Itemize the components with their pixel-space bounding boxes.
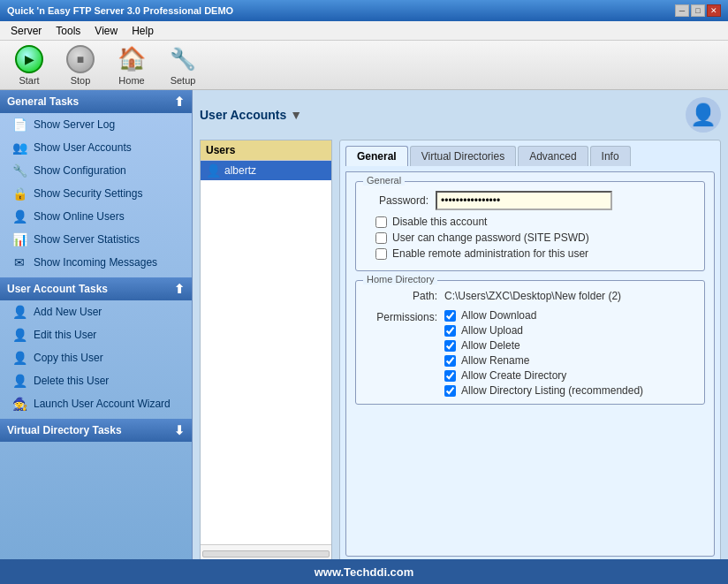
- stop-button[interactable]: ■ Stop: [58, 41, 102, 90]
- sidebar-item-online-users[interactable]: 👤 Show Online Users: [0, 205, 192, 228]
- perm-download: Allow Download: [444, 309, 643, 322]
- remote-admin-label: Enable remote administration for this us…: [392, 247, 588, 260]
- perm-dir-listing: Allow Directory Listing (recommended): [444, 384, 643, 397]
- sidebar-item-add-user[interactable]: 👤 Add New User: [0, 300, 192, 323]
- perm-download-label: Allow Download: [461, 309, 536, 322]
- details-panel: General Virtual Directories Advanced Inf…: [339, 140, 721, 559]
- add-user-icon: 👤: [11, 304, 28, 320]
- home-icon: 🏠: [118, 45, 146, 73]
- tab-info[interactable]: Info: [590, 146, 631, 166]
- sidebar-item-server-log[interactable]: 📄 Show Server Log: [0, 113, 192, 136]
- sidebar-item-configuration[interactable]: 🔧 Show Configuration: [0, 159, 192, 182]
- user-accounts-icon: 👥: [11, 140, 28, 155]
- avatar: 👤: [686, 97, 721, 133]
- content-title-dropdown-icon[interactable]: ▼: [290, 108, 302, 122]
- server-log-icon: 📄: [11, 117, 28, 133]
- perm-delete-label: Allow Delete: [461, 339, 520, 352]
- disable-account-checkbox[interactable]: [375, 216, 387, 228]
- general-fieldset: General Password: Disable this account U…: [355, 181, 705, 271]
- tab-virtual-directories[interactable]: Virtual Directories: [410, 146, 516, 166]
- content-title: User Accounts ▼: [200, 108, 302, 122]
- menu-server[interactable]: Server: [4, 23, 49, 39]
- virtual-directory-collapse-icon: ⬇: [174, 423, 185, 437]
- user-item-icon: 👤: [206, 163, 221, 178]
- password-input[interactable]: [436, 191, 612, 210]
- perm-upload-checkbox[interactable]: [444, 325, 456, 337]
- stop-icon: ■: [66, 45, 95, 73]
- sidebar-item-security-label: Show Security Settings: [34, 187, 142, 200]
- permissions-list: Allow Download Allow Upload Allow Delete: [444, 309, 643, 397]
- sidebar-item-statistics-label: Show Server Statistics: [34, 233, 140, 246]
- users-scrollbar[interactable]: [201, 544, 331, 559]
- sidebar: General Tasks ⬆ 📄 Show Server Log 👥 Show…: [0, 90, 193, 559]
- tabs: General Virtual Directories Advanced Inf…: [345, 146, 715, 166]
- sidebar-item-configuration-label: Show Configuration: [34, 164, 126, 177]
- virtual-directory-tasks-section: Virtual Directory Tasks ⬇: [0, 419, 192, 442]
- menu-tools[interactable]: Tools: [49, 23, 87, 39]
- user-account-collapse-icon: ⬆: [174, 282, 185, 296]
- permissions-label: Permissions:: [367, 311, 437, 323]
- remote-admin-checkbox[interactable]: [375, 248, 387, 260]
- sidebar-item-user-accounts[interactable]: 👥 Show User Accounts: [0, 136, 192, 159]
- start-label: Start: [19, 75, 39, 86]
- minimize-button[interactable]: ─: [675, 4, 689, 17]
- sidebar-item-server-statistics[interactable]: 📊 Show Server Statistics: [0, 228, 192, 251]
- sidebar-item-messages-label: Show Incoming Messages: [34, 256, 157, 269]
- user-account-tasks-title: User Account Tasks: [7, 283, 108, 295]
- maximize-button[interactable]: □: [691, 4, 705, 17]
- sidebar-item-wizard[interactable]: 🧙 Launch User Account Wizard: [0, 392, 192, 415]
- wizard-icon: 🧙: [11, 396, 28, 412]
- perm-create-dir-checkbox[interactable]: [444, 370, 456, 382]
- general-tasks-section: General Tasks ⬆ 📄 Show Server Log 👥 Show…: [0, 90, 192, 274]
- perm-delete-checkbox[interactable]: [444, 340, 456, 352]
- perm-create-dir-label: Allow Create Directory: [461, 369, 566, 382]
- perm-rename-label: Allow Rename: [461, 354, 529, 367]
- sidebar-item-copy-user[interactable]: 👤 Copy this User: [0, 346, 192, 369]
- content-header: User Accounts ▼ 👤: [200, 97, 721, 133]
- menu-help[interactable]: Help: [125, 23, 161, 39]
- sidebar-item-delete-user-label: Delete this User: [34, 375, 109, 387]
- security-icon: 🔒: [11, 186, 28, 201]
- perm-dir-listing-checkbox[interactable]: [444, 385, 456, 397]
- virtual-directory-tasks-header[interactable]: Virtual Directory Tasks ⬇: [0, 419, 192, 442]
- user-item-albertz[interactable]: 👤 albertz: [201, 161, 331, 180]
- close-button[interactable]: ✕: [707, 4, 721, 17]
- sidebar-item-server-log-label: Show Server Log: [34, 118, 115, 131]
- general-fieldset-label: General: [363, 175, 405, 186]
- statistics-icon: 📊: [11, 231, 28, 247]
- sidebar-item-edit-user[interactable]: 👤 Edit this User: [0, 323, 192, 346]
- disable-account-label: Disable this account: [392, 216, 487, 228]
- home-button[interactable]: 🏠 Home: [110, 41, 154, 90]
- tab-advanced[interactable]: Advanced: [518, 146, 588, 166]
- setup-button[interactable]: 🔧 Setup: [161, 41, 205, 90]
- remote-admin-row: Enable remote administration for this us…: [375, 247, 694, 260]
- sidebar-item-incoming-messages[interactable]: ✉ Show Incoming Messages: [0, 251, 192, 274]
- user-account-tasks-section: User Account Tasks ⬆ 👤 Add New User 👤 Ed…: [0, 277, 192, 415]
- tab-general[interactable]: General: [345, 146, 408, 166]
- content-panel: Users 👤 albertz General Virtual Director…: [200, 140, 721, 559]
- menu-view[interactable]: View: [87, 23, 125, 39]
- messages-icon: ✉: [11, 254, 28, 270]
- sidebar-item-security-settings[interactable]: 🔒 Show Security Settings: [0, 182, 192, 205]
- start-button[interactable]: ▶ Start: [7, 41, 51, 90]
- window-title: Quick 'n Easy FTP Server 3.0 Professiona…: [7, 5, 233, 16]
- menu-bar: Server Tools View Help: [0, 21, 728, 41]
- user-account-tasks-header[interactable]: User Account Tasks ⬆: [0, 277, 192, 300]
- perm-download-checkbox[interactable]: [444, 310, 456, 322]
- general-tasks-header[interactable]: General Tasks ⬆: [0, 90, 192, 113]
- perm-upload-label: Allow Upload: [461, 324, 523, 337]
- scrollbar-track[interactable]: [202, 550, 330, 557]
- sidebar-item-edit-user-label: Edit this User: [34, 329, 96, 341]
- perm-rename-checkbox[interactable]: [444, 355, 456, 367]
- path-row: Path: C:\Users\ZXC\Desktop\New folder (2…: [367, 290, 694, 302]
- stop-label: Stop: [71, 75, 91, 86]
- sidebar-item-add-user-label: Add New User: [34, 306, 102, 318]
- toolbar: ▶ Start ■ Stop 🏠 Home 🔧 Setup: [0, 41, 728, 90]
- sidebar-item-delete-user[interactable]: 👤 Delete this User: [0, 369, 192, 392]
- start-icon: ▶: [15, 45, 43, 73]
- sidebar-item-wizard-label: Launch User Account Wizard: [34, 398, 171, 410]
- perm-dir-listing-label: Allow Directory Listing (recommended): [461, 384, 643, 397]
- content-area: User Accounts ▼ 👤 Users 👤 albertz: [193, 90, 728, 559]
- home-directory-fieldset: Home Directory Path: C:\Users\ZXC\Deskto…: [355, 280, 705, 405]
- change-password-checkbox[interactable]: [375, 232, 387, 244]
